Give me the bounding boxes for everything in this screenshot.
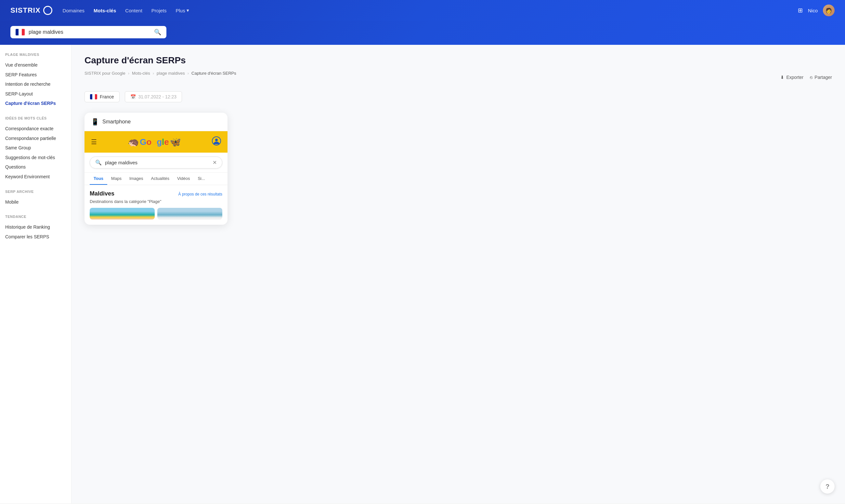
export-button[interactable]: ⬇ Exporter: [780, 75, 804, 80]
sidebar-section-idees: IDÉES DE MOTS CLÉS: [5, 116, 66, 120]
serp-tab-tous[interactable]: Tous: [90, 173, 107, 185]
logo-icon: [43, 6, 52, 15]
sidebar-section-plage-maldives: PLAGE MALDIVES: [5, 53, 66, 56]
country-filter[interactable]: France: [85, 91, 120, 102]
sidebar-section-tendance: TENDANCE: [5, 215, 66, 219]
help-button[interactable]: ?: [820, 479, 834, 493]
sidebar-item-same-group[interactable]: Same Group: [5, 143, 66, 153]
user-name: Nico: [808, 8, 818, 13]
avatar[interactable]: 🧑: [823, 4, 834, 16]
svg-point-1: [215, 139, 218, 141]
serp-tab-actualites[interactable]: Actualités: [147, 173, 173, 185]
header-right: ⊞ Nico 🧑: [798, 4, 834, 16]
google-doodle: 🦔 Google 🦋: [128, 137, 181, 147]
breadcrumb-sep-2: ›: [153, 71, 154, 76]
sidebar-item-historique[interactable]: Historique de Ranking: [5, 222, 66, 232]
serp-images-row: Malé Plage Fulhadhoo Plage: [90, 208, 222, 219]
sidebar-item-mobile[interactable]: Mobile: [5, 197, 66, 207]
serp-search-box[interactable]: 🔍 plage maldives ✕: [90, 157, 222, 168]
serp-search-query: plage maldives: [105, 160, 209, 165]
header: SISTRIX Domaines Mots-clés Content Proje…: [0, 0, 845, 21]
serp-device-header: 📱 Smartphone: [85, 113, 227, 131]
sidebar-item-serp-features[interactable]: SERP Features: [5, 70, 66, 80]
page-title: Capture d'écran SERPs: [85, 55, 832, 66]
search-bar-container: 🔍: [0, 21, 845, 45]
download-icon: ⬇: [780, 75, 784, 80]
serp-subtitle: Destinations dans la catégorie "Plage": [90, 199, 222, 204]
sidebar-item-comparer[interactable]: Comparer les SERPS: [5, 232, 66, 242]
sidebar: PLAGE MALDIVES Vue d'ensemble SERP Featu…: [0, 45, 71, 503]
sidebar-item-capture-ecran[interactable]: Capture d'écran SERPs: [5, 99, 66, 108]
serp-image-fulhadhoo[interactable]: Fulhadhoo Plage: [157, 208, 222, 219]
breadcrumb-plage[interactable]: plage maldives: [157, 71, 185, 76]
nav-domaines[interactable]: Domaines: [63, 8, 85, 13]
serp-tab-videos[interactable]: Vidéos: [173, 173, 194, 185]
main-layout: PLAGE MALDIVES Vue d'ensemble SERP Featu…: [0, 45, 845, 503]
serp-tab-maps[interactable]: Maps: [107, 173, 125, 185]
logo-text: SISTRIX: [11, 6, 41, 15]
search-input[interactable]: [29, 29, 150, 35]
breadcrumb-actions: ⬇ Exporter ⎋ Partager: [780, 75, 832, 80]
breadcrumb-row: SISTRIX pour Google › Mots-clés › plage …: [85, 71, 832, 84]
main-nav: Domaines Mots-clés Content Projets Plus …: [63, 7, 189, 13]
chevron-down-icon: ▾: [187, 7, 189, 13]
sidebar-item-serp-layout[interactable]: SERP-Layout: [5, 89, 66, 99]
calendar-icon: 📅: [130, 94, 136, 100]
nav-plus[interactable]: Plus ▾: [176, 7, 189, 13]
serp-image-male-bg: [90, 208, 155, 219]
sidebar-item-vue-ensemble[interactable]: Vue d'ensemble: [5, 60, 66, 70]
serp-content: Maldives À propos de ces résultats Desti…: [85, 185, 227, 225]
serp-section-title: Maldives: [90, 190, 115, 197]
share-label: Partager: [814, 75, 832, 80]
serp-preview-card: 📱 Smartphone ☰ 🦔 Google 🦋: [85, 113, 227, 225]
filter-flag: [90, 94, 97, 100]
serp-image-male[interactable]: Malé Plage: [90, 208, 155, 219]
share-icon: ⎋: [810, 75, 812, 80]
serp-clear-icon[interactable]: ✕: [212, 159, 217, 166]
country-flag[interactable]: [16, 29, 25, 35]
search-icon[interactable]: 🔍: [154, 29, 161, 36]
share-button[interactable]: ⎋ Partager: [810, 75, 832, 80]
sidebar-item-keyword-env[interactable]: Keyword Environment: [5, 172, 66, 182]
device-label: Smartphone: [102, 119, 131, 125]
main-content: Capture d'écran SERPs SISTRIX pour Googl…: [71, 45, 845, 503]
breadcrumb: SISTRIX pour Google › Mots-clés › plage …: [85, 71, 236, 76]
breadcrumb-current: Capture d'écran SERPs: [191, 71, 236, 76]
search-bar: 🔍: [11, 26, 167, 38]
serp-search-row: 🔍 plage maldives ✕: [85, 152, 227, 173]
serp-image-fulhadhoo-bg: [157, 208, 222, 219]
nav-projets[interactable]: Projets: [152, 8, 167, 13]
serp-tabs: Tous Maps Images Actualités Vidéos Si...: [85, 173, 227, 185]
grid-icon[interactable]: ⊞: [798, 7, 803, 14]
sidebar-section-serp-archive: SERP ARCHIVE: [5, 190, 66, 194]
hamburger-icon[interactable]: ☰: [91, 138, 97, 146]
nav-content[interactable]: Content: [125, 8, 142, 13]
breadcrumb-mots-cles[interactable]: Mots-clés: [132, 71, 150, 76]
filter-country-label: France: [100, 94, 114, 100]
filter-date-label: 31.07.2022 - 12:23: [138, 94, 177, 100]
user-avatar-icon[interactable]: [212, 137, 221, 147]
date-filter[interactable]: 📅 31.07.2022 - 12:23: [125, 91, 182, 102]
serp-search-icon: 🔍: [95, 159, 102, 166]
nav-plus-label: Plus: [176, 8, 185, 13]
export-label: Exporter: [786, 75, 804, 80]
serp-about-results[interactable]: À propos de ces résultats: [178, 192, 222, 196]
sidebar-item-correspondance-partielle[interactable]: Correspondance partielle: [5, 134, 66, 144]
sidebar-item-questions[interactable]: Questions: [5, 162, 66, 172]
sidebar-item-correspondance-exacte[interactable]: Correspondance exacte: [5, 124, 66, 134]
sidebar-item-intention[interactable]: Intention de recherche: [5, 79, 66, 89]
google-logo: Google: [140, 137, 169, 147]
breadcrumb-sep-3: ›: [188, 71, 189, 76]
logo[interactable]: SISTRIX: [11, 6, 52, 15]
breadcrumb-home[interactable]: SISTRIX pour Google: [85, 71, 125, 76]
serp-tab-more[interactable]: Si...: [194, 173, 209, 185]
serp-google-header: ☰ 🦔 Google 🦋: [85, 131, 227, 152]
sidebar-item-suggestions[interactable]: Suggestions de mot-clés: [5, 153, 66, 163]
breadcrumb-sep-1: ›: [128, 71, 130, 76]
serp-tab-images[interactable]: Images: [125, 173, 147, 185]
filters-row: France 📅 31.07.2022 - 12:23: [85, 91, 832, 102]
nav-mots-cles[interactable]: Mots-clés: [93, 8, 116, 13]
smartphone-icon: 📱: [91, 118, 99, 126]
